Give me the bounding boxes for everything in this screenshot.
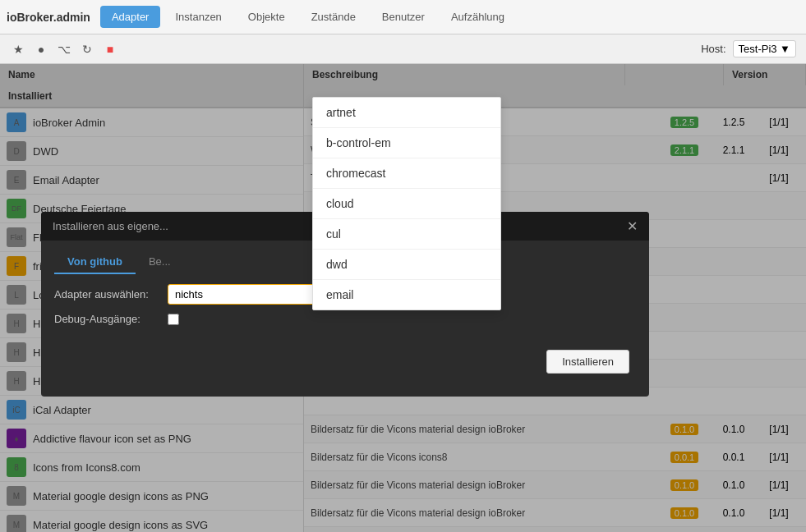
dropdown-item-dwd[interactable]: dwd: [313, 250, 500, 280]
refresh-icon[interactable]: ↻: [79, 41, 95, 57]
host-selector[interactable]: Test-Pi3 ▼: [733, 40, 796, 57]
tab-benutzer-modal[interactable]: Be...: [136, 250, 184, 274]
tab-instanzen[interactable]: Instanzen: [164, 6, 233, 28]
star-icon[interactable]: ★: [10, 41, 26, 57]
adapter-select[interactable]: nichts artnet b-control-em chromecast cl…: [168, 284, 332, 305]
tab-benutzer[interactable]: Benutzer: [371, 6, 436, 28]
modal-title: Installieren aus eigene...: [53, 220, 168, 232]
tab-von-github[interactable]: Von github: [54, 250, 136, 274]
stop-icon[interactable]: ■: [102, 41, 118, 57]
dropdown-item-b-control-em[interactable]: b-control-em: [313, 128, 500, 158]
github-icon[interactable]: ⌥: [56, 41, 72, 57]
tab-objekte[interactable]: Objekte: [237, 6, 297, 28]
toolbar: ★ ● ⌥ ↻ ■ Host: Test-Pi3 ▼: [0, 34, 806, 64]
tab-zustande[interactable]: Zustände: [300, 6, 367, 28]
debug-checkbox[interactable]: [168, 314, 179, 325]
host-label: Host:: [701, 43, 725, 55]
install-button-row: Installieren: [54, 333, 636, 374]
install-button[interactable]: Installieren: [546, 350, 629, 374]
top-nav: ioBroker.admin Adapter Instanzen Objekte…: [0, 0, 806, 34]
dropdown-item-cloud[interactable]: cloud: [313, 189, 500, 219]
brand-label: ioBroker.admin: [7, 11, 90, 24]
adapter-select-label: Adapter auswählen:: [54, 288, 161, 300]
circle-icon[interactable]: ●: [33, 41, 49, 57]
adapter-select-wrapper: nichts artnet b-control-em chromecast cl…: [168, 284, 332, 305]
dropdown-item-cul[interactable]: cul: [313, 219, 500, 250]
tab-adapter[interactable]: Adapter: [100, 6, 161, 28]
debug-label: Debug-Ausgänge:: [54, 313, 161, 325]
dropdown-item-chromecast[interactable]: chromecast: [313, 158, 500, 189]
tab-aufzahlung[interactable]: Aufzählung: [440, 6, 516, 28]
debug-row: Debug-Ausgänge:: [54, 313, 636, 325]
modal-close-button[interactable]: ✕: [627, 218, 638, 234]
adapter-dropdown-list: artnet b-control-em chromecast cloud cul…: [312, 97, 501, 310]
dropdown-item-email[interactable]: email: [313, 280, 500, 310]
dropdown-item-artnet[interactable]: artnet: [313, 98, 500, 128]
